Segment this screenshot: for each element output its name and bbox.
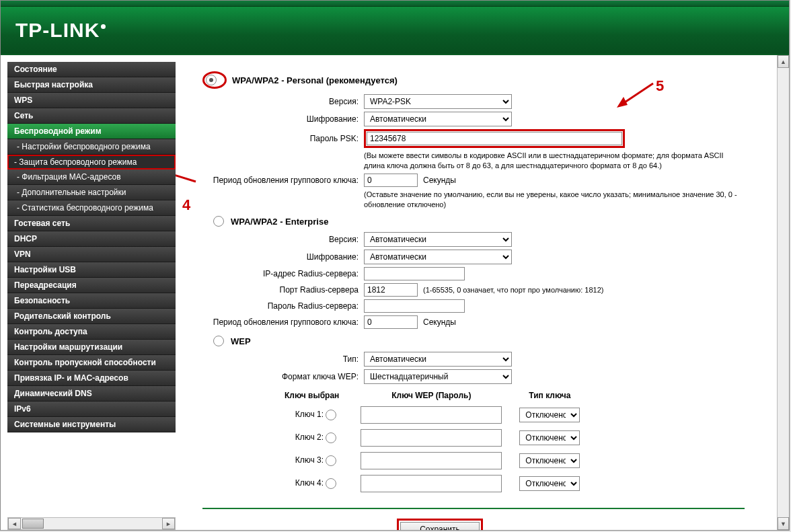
input-radius-ip[interactable]	[364, 267, 465, 280]
radio-wep[interactable]	[213, 336, 224, 346]
select-wep-key-type-4[interactable]: Отключено	[519, 476, 580, 491]
sidebar-item-14[interactable]: Переадресация	[7, 278, 176, 293]
sidebar-item-12[interactable]: VPN	[7, 247, 176, 262]
arrow-icon-5	[615, 82, 654, 109]
label-encryption: Шифрование:	[202, 114, 364, 124]
label-radius-port: Порт Radius-сервера	[202, 285, 364, 295]
unit-seconds: Секунды	[423, 176, 456, 185]
section-title-wep: WEP	[231, 336, 251, 346]
wep-key-row: Ключ 4: Отключено	[278, 473, 582, 494]
sidebar-item-8[interactable]: - Дополнительные настройки	[7, 185, 176, 200]
svg-marker-3	[617, 97, 628, 108]
sidebar-item-7[interactable]: - Фильтрация MAC-адресов	[7, 169, 176, 185]
scroll-up-icon[interactable]: ▲	[778, 55, 789, 68]
sidebar-scrollbar[interactable]: ◄ ►	[7, 517, 176, 530]
select-wep-key-type-2[interactable]: Отключено	[519, 430, 580, 445]
sidebar-item-20[interactable]: Привязка IP- и MAC-адресов	[7, 371, 176, 386]
radio-wpa-personal[interactable]	[206, 75, 217, 85]
scroll-thumb[interactable]	[22, 519, 44, 529]
sidebar-item-0[interactable]: Состояние	[7, 62, 176, 77]
svg-line-0	[176, 171, 196, 182]
scroll-left-icon[interactable]: ◄	[8, 518, 21, 529]
sidebar-item-10[interactable]: Гостевая сеть	[7, 216, 176, 231]
sidebar-item-18[interactable]: Настройки маршрутизации	[7, 340, 176, 355]
label-group-key: Период обновления группового ключа:	[202, 176, 364, 185]
sidebar-item-4[interactable]: Беспроводной режим	[7, 124, 176, 139]
hint-psk: (Вы можете ввести символы в кодировке AS…	[364, 151, 741, 171]
label-radius-ip: IP-адрес Radius-сервера:	[202, 269, 364, 278]
select-wep-key-type-3[interactable]: Отключено	[519, 453, 580, 468]
sidebar-item-13[interactable]: Настройки USB	[7, 262, 176, 278]
hint-radius-port: (1-65535, 0 означает, что порт про умолч…	[423, 285, 604, 295]
input-ent-group-key[interactable]	[364, 315, 418, 329]
input-radius-port[interactable]	[364, 283, 418, 297]
sidebar-item-9[interactable]: - Статистика беспроводного режима	[7, 200, 176, 216]
label-wep-format: Формат ключа WEP:	[202, 372, 364, 381]
radio-wep-key-3[interactable]	[326, 455, 336, 466]
input-radius-pass[interactable]	[364, 299, 465, 313]
label-ent-group-key: Период обновления группового ключа:	[202, 317, 364, 327]
label-wep-type: Тип:	[202, 354, 364, 364]
annotation-box-save: Сохранить	[397, 519, 483, 530]
label-version: Версия:	[202, 97, 364, 106]
sidebar-item-21[interactable]: Динамический DNS	[7, 386, 176, 402]
label-radius-pass: Пароль Radius-сервера:	[202, 301, 364, 311]
select-ent-encryption[interactable]: Автоматически	[364, 250, 512, 264]
sidebar-item-22[interactable]: IPv6	[7, 402, 176, 417]
wep-key-label: Ключ 3:	[295, 456, 324, 465]
arrow-icon-4	[176, 168, 197, 184]
header: TP-LINK	[1, 7, 789, 54]
annotation-4: 4	[182, 196, 190, 214]
select-personal-encryption[interactable]: Автоматически	[364, 112, 512, 126]
wep-key-row: Ключ 1: Отключено	[278, 404, 582, 426]
unit-seconds-ent: Секунды	[423, 317, 456, 327]
input-wep-key-3[interactable]	[361, 452, 502, 469]
hint-group-key: (Оставьте значение по умолчанию, если вы…	[364, 190, 741, 210]
sidebar-item-11[interactable]: DHCP	[7, 231, 176, 247]
wep-key-label: Ключ 4:	[295, 479, 324, 488]
section-title-personal: WPA/WPA2 - Personal (рекомендуется)	[232, 75, 398, 85]
input-wep-key-1[interactable]	[361, 406, 502, 424]
radio-wep-key-4[interactable]	[326, 478, 336, 489]
wep-key-row: Ключ 3: Отключено	[278, 450, 582, 471]
wep-key-row: Ключ 2: Отключено	[278, 427, 582, 449]
radio-wpa-enterprise[interactable]	[213, 216, 224, 227]
select-wep-format[interactable]: Шестнадцатеричный	[364, 369, 512, 384]
sidebar-item-15[interactable]: Безопасность	[7, 293, 176, 309]
sidebar-item-6[interactable]: - Защита беспроводного режима	[7, 155, 176, 169]
input-wep-key-2[interactable]	[361, 429, 502, 447]
scroll-down-icon[interactable]: ▼	[778, 517, 789, 530]
scroll-right-icon[interactable]: ►	[162, 518, 175, 529]
radio-wep-key-1[interactable]	[326, 410, 336, 420]
content-scrollbar[interactable]: ▲ ▼	[777, 55, 789, 530]
save-button[interactable]: Сохранить	[400, 522, 480, 530]
select-wep-key-type-1[interactable]: Отключено	[519, 408, 580, 422]
label-psk: Пароль PSK:	[202, 134, 364, 143]
radio-wep-key-2[interactable]	[326, 432, 336, 443]
separator	[202, 508, 745, 509]
sidebar-item-16[interactable]: Родительский контроль	[7, 309, 176, 324]
app-window: TP-LINK СостояниеБыстрая настройкаWPSСет…	[0, 0, 790, 531]
content-panel: WPA/WPA2 - Personal (рекомендуется) Верс…	[176, 55, 777, 530]
sidebar-item-17[interactable]: Контроль доступа	[7, 324, 176, 340]
sidebar-item-3[interactable]: Сеть	[7, 108, 176, 124]
col-type: Тип ключа	[517, 388, 582, 403]
wep-key-label: Ключ 1:	[295, 410, 324, 420]
col-selected: Ключ выбран	[278, 388, 346, 403]
select-ent-version[interactable]: Автоматически	[364, 232, 512, 247]
select-wep-type[interactable]: Автоматически	[364, 352, 512, 367]
wep-keys-table: Ключ выбран Ключ WEP (Пароль) Тип ключа …	[276, 387, 584, 496]
input-personal-group-key[interactable]	[364, 174, 418, 187]
sidebar-item-2[interactable]: WPS	[7, 93, 176, 108]
label-ent-version: Версия:	[202, 235, 364, 244]
window-stripe	[1, 1, 789, 7]
label-ent-encryption: Шифрование:	[202, 252, 364, 262]
annotation-circle	[202, 71, 227, 89]
select-personal-version[interactable]: WPA2-PSK	[364, 94, 512, 109]
sidebar-item-23[interactable]: Системные инструменты	[7, 417, 176, 432]
sidebar-item-5[interactable]: - Настройки беспроводного режима	[7, 139, 176, 155]
sidebar-item-19[interactable]: Контроль пропускной способности	[7, 355, 176, 371]
input-psk-password[interactable]	[367, 132, 622, 145]
input-wep-key-4[interactable]	[361, 475, 502, 492]
sidebar-item-1[interactable]: Быстрая настройка	[7, 77, 176, 93]
